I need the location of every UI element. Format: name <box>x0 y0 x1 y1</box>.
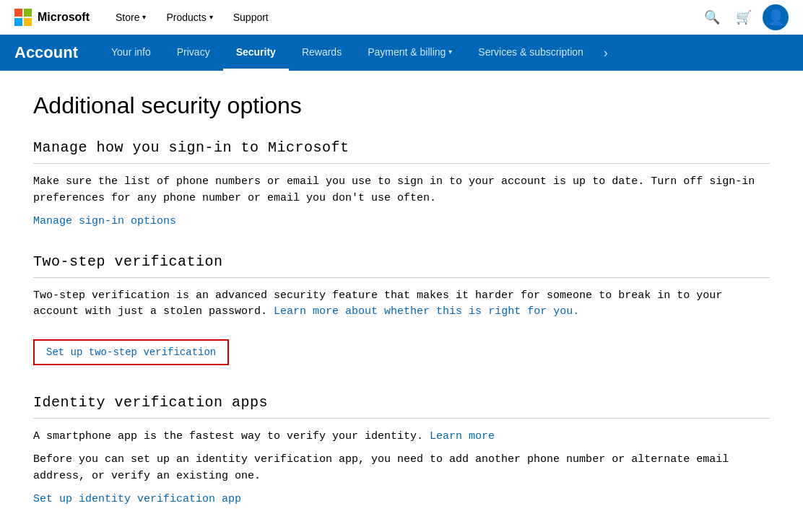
setup-two-step-button[interactable]: Set up two-step verification <box>33 339 229 365</box>
identity-apps-body: A smartphone app is the fastest way to v… <box>33 429 770 508</box>
top-navigation: Microsoft Store ▾ Products ▾ Support 🔍 🛒… <box>0 0 803 35</box>
brand-name: Microsoft <box>38 11 90 24</box>
identity-apps-learn-more-link[interactable]: Learn more <box>430 430 495 442</box>
support-button[interactable]: Support <box>225 7 277 27</box>
search-icon: 🔍 <box>704 9 720 25</box>
logo-blue <box>14 18 22 26</box>
nav-item-security[interactable]: Security <box>223 35 289 71</box>
nav-label-rewards: Rewards <box>302 46 342 58</box>
top-nav-right: 🔍 🛒 👤 <box>699 4 789 30</box>
nav-item-privacy[interactable]: Privacy <box>164 35 223 71</box>
account-avatar-button[interactable]: 👤 <box>763 4 789 30</box>
search-button[interactable]: 🔍 <box>699 4 725 30</box>
manage-signin-text: Make sure the list of phone numbers or e… <box>33 174 770 206</box>
identity-apps-description-1: A smartphone app is the fastest way to v… <box>33 430 423 442</box>
account-nav-items: Your info Privacy Security Rewards Payme… <box>98 35 789 71</box>
page-title: Additional security options <box>33 92 770 119</box>
two-step-learn-more-link[interactable]: Learn more about whether this is right f… <box>274 305 579 318</box>
manage-signin-heading: Manage how you sign-in to Microsoft <box>33 139 770 164</box>
manage-signin-section: Manage how you sign-in to Microsoft Make… <box>33 139 770 230</box>
nav-item-rewards[interactable]: Rewards <box>289 35 355 71</box>
main-content: Additional security options Manage how y… <box>19 71 784 532</box>
manage-signin-body: Make sure the list of phone numbers or e… <box>33 174 770 230</box>
avatar-icon: 👤 <box>767 9 785 26</box>
nav-item-your-info[interactable]: Your info <box>98 35 164 71</box>
products-label: Products <box>166 12 206 23</box>
nav-label-privacy: Privacy <box>177 46 210 58</box>
account-nav-label: Account <box>14 35 92 71</box>
identity-apps-text-1: A smartphone app is the fastest way to v… <box>33 429 770 445</box>
payment-billing-chevron-icon: ▾ <box>448 48 452 56</box>
logo-red <box>14 9 22 17</box>
identity-apps-section: Identity verification apps A smartphone … <box>33 394 770 508</box>
logo-green <box>24 9 32 17</box>
logo-area: Microsoft <box>14 9 90 26</box>
store-label: Store <box>116 12 139 23</box>
products-menu-button[interactable]: Products ▾ <box>157 7 221 27</box>
nav-item-payment-billing[interactable]: Payment & billing ▾ <box>355 35 465 71</box>
support-label: Support <box>233 12 269 23</box>
store-menu-button[interactable]: Store ▾ <box>107 7 155 27</box>
cart-icon: 🛒 <box>736 9 752 25</box>
nav-more-button[interactable]: › <box>596 35 615 71</box>
microsoft-logo <box>14 9 32 26</box>
store-chevron-icon: ▾ <box>142 13 146 21</box>
nav-label-services-subscription: Services & subscription <box>478 46 583 58</box>
nav-item-services-subscription[interactable]: Services & subscription <box>465 35 596 71</box>
nav-label-payment-billing: Payment & billing <box>368 46 446 58</box>
two-step-section: Two-step verification Two-step verificat… <box>33 253 770 371</box>
cart-button[interactable]: 🛒 <box>731 4 757 30</box>
nav-more-icon: › <box>604 45 608 61</box>
nav-label-security: Security <box>236 46 276 58</box>
two-step-heading: Two-step verification <box>33 253 770 278</box>
logo-yellow <box>24 18 32 26</box>
identity-apps-text-2: Before you can set up an identity verifi… <box>33 452 770 484</box>
top-nav-links: Store ▾ Products ▾ Support <box>107 7 699 27</box>
two-step-text: Two-step verification is an advanced sec… <box>33 288 770 320</box>
account-navigation: Account Your info Privacy Security Rewar… <box>0 35 803 71</box>
identity-apps-heading: Identity verification apps <box>33 394 770 419</box>
nav-label-your-info: Your info <box>111 46 151 58</box>
two-step-body: Two-step verification is an advanced sec… <box>33 288 770 371</box>
setup-identity-app-link[interactable]: Set up identity verification app <box>33 493 241 505</box>
products-chevron-icon: ▾ <box>209 13 213 21</box>
manage-signin-options-link[interactable]: Manage sign-in options <box>33 215 176 227</box>
